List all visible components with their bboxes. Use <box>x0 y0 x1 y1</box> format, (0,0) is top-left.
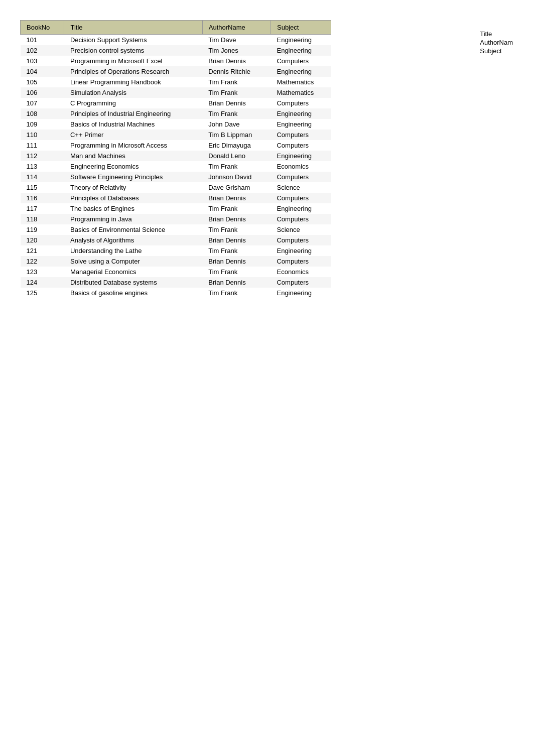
cell-title: Programming in Java <box>64 214 202 224</box>
table-row: 111Programming in Microsoft AccessEric D… <box>21 140 331 151</box>
cell-bookno: 107 <box>21 98 64 108</box>
cell-subject: Science <box>271 182 331 193</box>
cell-author: Tim Frank <box>202 161 271 172</box>
cell-bookno: 123 <box>21 267 64 277</box>
cell-subject: Computers <box>271 256 331 267</box>
cell-title: Principles of Industrial Engineering <box>64 108 202 119</box>
table-row: 123Managerial EconomicsTim FrankEconomic… <box>21 267 331 277</box>
cell-author: Brian Dennis <box>202 256 271 267</box>
cell-bookno: 110 <box>21 130 64 140</box>
cell-author: Dave Grisham <box>202 182 271 193</box>
table-row: 105Linear Programming HandbookTim FrankM… <box>21 77 331 87</box>
cell-subject: Economics <box>271 267 331 277</box>
cell-title: The basics of Engines <box>64 203 202 214</box>
cell-author: Brian Dennis <box>202 98 271 108</box>
cell-author: Tim Frank <box>202 224 271 235</box>
cell-subject: Computers <box>271 130 331 140</box>
cell-subject: Mathematics <box>271 77 331 87</box>
cell-subject: Engineering <box>271 288 331 298</box>
cell-title: Programming in Microsoft Access <box>64 140 202 151</box>
table-row: 103Programming in Microsoft ExcelBrian D… <box>21 56 331 66</box>
cell-title: Precision control systems <box>64 45 202 56</box>
books-table: BookNo Title AuthorName Subject 101Decis… <box>20 20 331 298</box>
cell-title: C++ Primer <box>64 130 202 140</box>
cell-subject: Computers <box>271 235 331 245</box>
cell-title: Analysis of Algorithms <box>64 235 202 245</box>
table-row: 114Software Engineering PrinciplesJohnso… <box>21 172 331 182</box>
cell-bookno: 125 <box>21 288 64 298</box>
legend-item-title: Title <box>480 30 513 38</box>
table-row: 104Principles of Operations ResearchDenn… <box>21 66 331 77</box>
cell-title: Distributed Database systems <box>64 277 202 288</box>
col-title: Title <box>64 21 202 35</box>
table-row: 112Man and MachinesDonald LenoEngineerin… <box>21 151 331 161</box>
cell-subject: Computers <box>271 277 331 288</box>
cell-author: Johnson David <box>202 172 271 182</box>
table-row: 102Precision control systemsTim JonesEng… <box>21 45 331 56</box>
cell-title: Basics of gasoline engines <box>64 288 202 298</box>
col-subject: Subject <box>271 21 331 35</box>
table-wrapper: BookNo Title AuthorName Subject 101Decis… <box>20 20 460 298</box>
table-row: 107C ProgrammingBrian DennisComputers <box>21 98 331 108</box>
cell-title: Solve using a Computer <box>64 256 202 267</box>
legend-box: Title AuthorNam Subject <box>480 30 513 298</box>
col-bookno: BookNo <box>21 21 64 35</box>
cell-subject: Computers <box>271 193 331 203</box>
cell-author: Tim Frank <box>202 77 271 87</box>
cell-author: Brian Dennis <box>202 56 271 66</box>
cell-subject: Engineering <box>271 151 331 161</box>
cell-title: Decision Support Systems <box>64 35 202 46</box>
cell-bookno: 124 <box>21 277 64 288</box>
cell-author: Eric Dimayuga <box>202 140 271 151</box>
cell-title: Engineering Economics <box>64 161 202 172</box>
cell-bookno: 106 <box>21 87 64 98</box>
cell-title: Principles of Databases <box>64 193 202 203</box>
cell-author: Tim Frank <box>202 267 271 277</box>
table-row: 121Understanding the LatheTim FrankEngin… <box>21 245 331 256</box>
cell-author: Tim Frank <box>202 203 271 214</box>
col-authorname: AuthorName <box>202 21 271 35</box>
cell-title: Basics of Industrial Machines <box>64 119 202 130</box>
cell-bookno: 101 <box>21 35 64 46</box>
cell-bookno: 122 <box>21 256 64 267</box>
cell-bookno: 103 <box>21 56 64 66</box>
cell-author: Tim Dave <box>202 35 271 46</box>
cell-title: Simulation Analysis <box>64 87 202 98</box>
cell-author: Tim B Lippman <box>202 130 271 140</box>
cell-bookno: 104 <box>21 66 64 77</box>
cell-bookno: 119 <box>21 224 64 235</box>
cell-subject: Computers <box>271 56 331 66</box>
cell-subject: Engineering <box>271 108 331 119</box>
cell-title: Basics of Environmental Science <box>64 224 202 235</box>
cell-bookno: 118 <box>21 214 64 224</box>
cell-author: Tim Frank <box>202 87 271 98</box>
cell-bookno: 111 <box>21 140 64 151</box>
cell-subject: Engineering <box>271 203 331 214</box>
cell-subject: Engineering <box>271 66 331 77</box>
legend-item-authornam: AuthorNam <box>480 39 513 46</box>
cell-author: Dennis Ritchie <box>202 66 271 77</box>
cell-author: Brian Dennis <box>202 277 271 288</box>
cell-bookno: 113 <box>21 161 64 172</box>
cell-title: Principles of Operations Research <box>64 66 202 77</box>
table-row: 125Basics of gasoline enginesTim FrankEn… <box>21 288 331 298</box>
cell-subject: Economics <box>271 161 331 172</box>
cell-bookno: 108 <box>21 108 64 119</box>
cell-author: Tim Frank <box>202 288 271 298</box>
legend-item-subject: Subject <box>480 47 513 55</box>
cell-title: Software Engineering Principles <box>64 172 202 182</box>
cell-title: Man and Machines <box>64 151 202 161</box>
cell-title: Understanding the Lathe <box>64 245 202 256</box>
page-container: BookNo Title AuthorName Subject 101Decis… <box>20 20 513 298</box>
cell-author: Tim Frank <box>202 108 271 119</box>
cell-author: Donald Leno <box>202 151 271 161</box>
cell-subject: Mathematics <box>271 87 331 98</box>
table-row: 109Basics of Industrial MachinesJohn Dav… <box>21 119 331 130</box>
cell-title: Theory of Relativity <box>64 182 202 193</box>
table-row: 106Simulation AnalysisTim FrankMathemati… <box>21 87 331 98</box>
table-header-row: BookNo Title AuthorName Subject <box>21 21 331 35</box>
table-row: 119Basics of Environmental ScienceTim Fr… <box>21 224 331 235</box>
cell-subject: Computers <box>271 214 331 224</box>
table-body: 101Decision Support SystemsTim DaveEngin… <box>21 35 331 299</box>
table-row: 116Principles of DatabasesBrian DennisCo… <box>21 193 331 203</box>
